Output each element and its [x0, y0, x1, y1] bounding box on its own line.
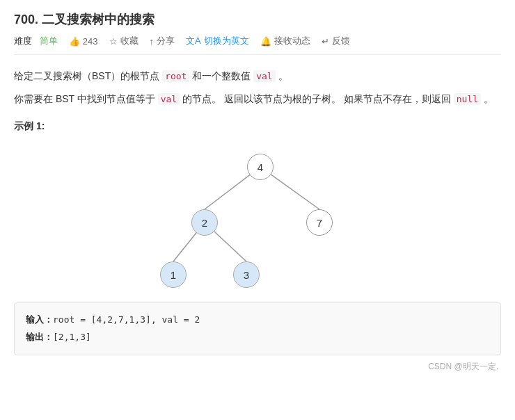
difficulty-label: 难度	[14, 35, 32, 46]
feedback-label: 反馈	[332, 35, 350, 47]
like-icon: 👍	[69, 36, 80, 47]
desc1-text2: 和一个整数值	[189, 70, 253, 81]
desc2-text4: 。	[481, 93, 493, 104]
share-icon: ↑	[150, 36, 154, 47]
example-title: 示例 1:	[14, 120, 501, 133]
lang-icon: 文A	[186, 35, 201, 47]
output-line: 输出：[2,1,3]	[26, 329, 489, 346]
desc2-text1: 你需要在 BST 中找到节点值等于	[14, 93, 158, 104]
page-container: 700. 二叉搜索树中的搜索 难度 简单 👍 243 ☆ 收藏 ↑ 分享 文A …	[0, 0, 515, 384]
difficulty: 难度 简单	[14, 35, 58, 47]
input-line: 输入：root = [4,2,7,1,3], val = 2	[26, 312, 489, 329]
tree-diagram: 4 2 7 1 3	[139, 140, 376, 293]
collect-action[interactable]: ☆ 收藏	[109, 35, 138, 47]
desc2-text2: 的节点。 返回以该节点为根的子树。 如果节点不存在，则返回	[180, 93, 451, 104]
code-root: root	[162, 70, 189, 82]
subscribe-label: 接收动态	[274, 35, 310, 47]
feedback-icon: ↵	[322, 36, 329, 47]
switch-lang-action[interactable]: 文A 切换为英文	[186, 35, 249, 47]
code-null: null	[454, 93, 481, 105]
desc-line1: 给定二叉搜索树（BST）的根节点 root 和一个整数值 val 。	[14, 67, 501, 85]
footer-brand: CSDN @明天一定.	[14, 361, 501, 373]
io-box: 输入：root = [4,2,7,1,3], val = 2 输出：[2,1,3…	[14, 302, 501, 355]
desc-line2: 你需要在 BST 中找到节点值等于 val 的节点。 返回以该节点为根的子树。 …	[14, 90, 501, 108]
share-label: 分享	[157, 35, 175, 47]
share-action[interactable]: ↑ 分享	[150, 35, 175, 47]
input-value: root = [4,2,7,1,3], val = 2	[53, 314, 200, 325]
collect-label: 收藏	[120, 35, 138, 47]
meta-bar: 难度 简单 👍 243 ☆ 收藏 ↑ 分享 文A 切换为英文 🔔 接收动态 ↵ …	[14, 35, 501, 55]
bell-icon: 🔔	[260, 36, 271, 47]
like-count: 243	[83, 36, 98, 47]
feedback-action[interactable]: ↵ 反馈	[322, 35, 350, 47]
collect-icon: ☆	[109, 36, 118, 47]
desc1-text1: 给定二叉搜索树（BST）的根节点	[14, 70, 162, 81]
switch-lang-label: 切换为英文	[204, 35, 249, 47]
page-title: 700. 二叉搜索树中的搜索	[14, 11, 501, 28]
like-action[interactable]: 👍 243	[69, 36, 98, 47]
difficulty-value[interactable]: 简单	[40, 35, 58, 46]
description-block: 给定二叉搜索树（BST）的根节点 root 和一个整数值 val 。 你需要在 …	[14, 67, 501, 108]
code-val: val	[253, 70, 275, 82]
output-value: [2,1,3]	[53, 332, 91, 342]
desc1-text3: 。	[276, 70, 288, 81]
subscribe-action[interactable]: 🔔 接收动态	[260, 35, 310, 47]
input-label: 输入：	[26, 314, 53, 325]
output-label: 输出：	[26, 332, 53, 342]
code-val2: val	[158, 93, 180, 105]
